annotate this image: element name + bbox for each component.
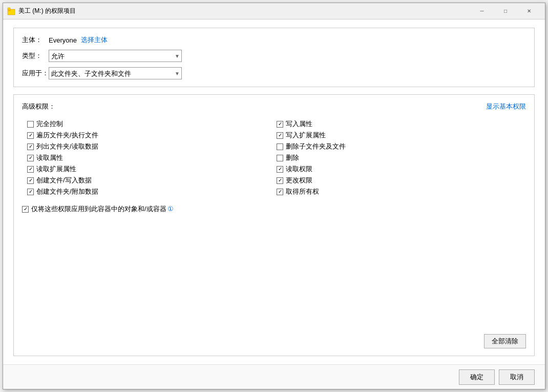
window-controls: ─ □ ✕: [470, 3, 541, 19]
type-select-wrapper: 允许 ▼: [49, 50, 182, 62]
apply-select-wrapper: 此文件夹、子文件夹和文件 ▼: [49, 67, 182, 79]
perm-label-change_perms: 更改权限: [286, 176, 312, 185]
footer: 确定 取消: [3, 364, 545, 389]
checkbox-create_files[interactable]: [27, 177, 34, 184]
dialog-content: 主体： Everyone 选择主体 类型： 允许 ▼ 应用于：: [3, 19, 545, 364]
advanced-header: 高级权限： 显示基本权限: [22, 102, 526, 111]
window-icon: [7, 7, 15, 15]
advanced-section: 高级权限： 显示基本权限 完全控制写入属性遍历文件夹/执行文件写入扩展属性列出文…: [13, 94, 535, 356]
subject-row: 主体： Everyone 选择主体: [22, 35, 526, 45]
perm-label-read_perms: 读取权限: [286, 164, 312, 174]
checkbox-full_control[interactable]: [27, 121, 34, 128]
perm-label-read_attrs: 读取属性: [36, 153, 63, 162]
checkbox-create_folders[interactable]: [27, 189, 34, 195]
perm-label-write_ext_attrs: 写入扩展属性: [286, 131, 326, 140]
apply-all-checkbox-group: 仅将这些权限应用到此容器中的对象和/或容器①: [22, 204, 174, 214]
apply-all-checkbox[interactable]: [22, 206, 29, 213]
type-label: 类型：: [22, 51, 49, 60]
advanced-title: 高级权限：: [22, 102, 55, 111]
checkbox-list_folder[interactable]: [27, 143, 34, 150]
apply-all-link[interactable]: ①: [167, 205, 174, 213]
subject-everyone: Everyone: [49, 36, 77, 44]
clear-all-button[interactable]: 全部清除: [484, 334, 526, 348]
checkbox-change_perms[interactable]: [277, 177, 283, 184]
permissions-grid: 完全控制写入属性遍历文件夹/执行文件写入扩展属性列出文件夹/读取数据删除子文件夹…: [27, 118, 526, 197]
perm-label-create_files: 创建文件/写入数据: [36, 176, 92, 185]
checkbox-write_attrs[interactable]: [277, 121, 283, 128]
perm-label-create_folders: 创建文件夹/附加数据: [36, 187, 98, 196]
perm-label-list_folder: 列出文件夹/读取数据: [36, 142, 98, 151]
subject-section: 主体： Everyone 选择主体 类型： 允许 ▼ 应用于：: [13, 28, 535, 87]
maximize-button[interactable]: □: [494, 3, 517, 19]
checkbox-read_perms[interactable]: [277, 166, 283, 173]
perm-item-delete_subfolders: 删除子文件夹及文件: [277, 141, 526, 152]
perm-item-list_folder: 列出文件夹/读取数据: [27, 141, 277, 152]
cancel-button[interactable]: 取消: [499, 369, 535, 385]
perm-item-full_control: 完全控制: [27, 118, 277, 130]
type-select[interactable]: 允许: [49, 50, 182, 62]
perm-item-create_folders: 创建文件夹/附加数据: [27, 186, 277, 197]
perm-item-read_ext_attrs: 读取扩展属性: [27, 163, 277, 175]
titlebar: 美工 (M:) 的权限项目 ─ □ ✕: [3, 3, 545, 19]
select-subject-link[interactable]: 选择主体: [81, 35, 108, 45]
apply-all-row: 仅将这些权限应用到此容器中的对象和/或容器①: [22, 204, 526, 214]
main-window: 美工 (M:) 的权限项目 ─ □ ✕ 主体： Everyone 选择主体 类型…: [3, 3, 545, 389]
apply-row: 应用于： 此文件夹、子文件夹和文件 ▼: [22, 67, 526, 79]
type-row: 类型： 允许 ▼: [22, 50, 526, 62]
apply-label: 应用于：: [22, 69, 49, 78]
checkbox-delete_subfolders[interactable]: [277, 143, 283, 150]
perm-item-read_perms: 读取权限: [277, 163, 526, 175]
perm-item-delete: 删除: [277, 152, 526, 163]
minimize-button[interactable]: ─: [470, 3, 494, 19]
subject-label: 主体：: [22, 35, 49, 45]
perm-label-traverse: 遍历文件夹/执行文件: [36, 131, 98, 140]
window-title: 美工 (M:) 的权限项目: [18, 7, 470, 15]
show-basic-permissions-link[interactable]: 显示基本权限: [486, 102, 526, 111]
checkbox-traverse[interactable]: [27, 132, 34, 139]
close-button[interactable]: ✕: [517, 3, 541, 19]
perm-label-write_attrs: 写入属性: [286, 119, 312, 129]
checkbox-write_ext_attrs[interactable]: [277, 132, 283, 139]
svg-rect-2: [8, 8, 10, 10]
checkbox-take_ownership[interactable]: [277, 189, 283, 195]
checkbox-read_ext_attrs[interactable]: [27, 166, 34, 173]
perm-item-traverse: 遍历文件夹/执行文件: [27, 130, 277, 141]
perm-label-full_control: 完全控制: [36, 119, 63, 129]
perm-item-create_files: 创建文件/写入数据: [27, 175, 277, 186]
perm-item-change_perms: 更改权限: [277, 175, 526, 186]
perm-item-take_ownership: 取得所有权: [277, 186, 526, 197]
perm-item-write_ext_attrs: 写入扩展属性: [277, 130, 526, 141]
apply-select[interactable]: 此文件夹、子文件夹和文件: [49, 67, 182, 79]
perm-label-delete_subfolders: 删除子文件夹及文件: [286, 142, 346, 151]
perm-item-read_attrs: 读取属性: [27, 152, 277, 163]
checkbox-read_attrs[interactable]: [27, 155, 34, 161]
ok-button[interactable]: 确定: [459, 369, 495, 385]
perm-label-take_ownership: 取得所有权: [286, 187, 319, 196]
perm-label-delete: 删除: [286, 153, 299, 162]
checkbox-delete[interactable]: [277, 155, 283, 161]
subject-value-group: Everyone 选择主体: [49, 35, 108, 45]
apply-all-text: 仅将这些权限应用到此容器中的对象和/或容器①: [31, 204, 174, 214]
perm-label-read_ext_attrs: 读取扩展属性: [36, 164, 76, 174]
perm-item-write_attrs: 写入属性: [277, 118, 526, 130]
